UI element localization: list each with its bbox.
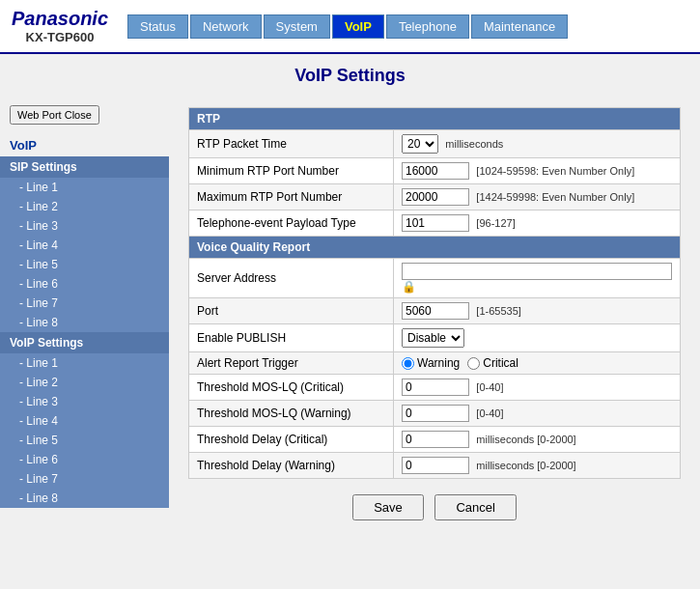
- alert-warning-label[interactable]: Warning: [402, 356, 460, 370]
- alert-warning-text: Warning: [417, 356, 460, 370]
- rtp-packet-time-select[interactable]: 20 30 40 60: [402, 134, 438, 154]
- sidebar-voip-line7[interactable]: - Line 7: [0, 469, 169, 489]
- port-label: Port: [189, 298, 394, 324]
- main-layout: Web Port Close VoIP SIP Settings - Line …: [0, 98, 700, 589]
- delay-crit-hint: milliseconds [0-2000]: [476, 434, 575, 445]
- sidebar-voip-line6[interactable]: - Line 6: [0, 450, 169, 469]
- delay-warn-hint: milliseconds [0-2000]: [476, 460, 575, 471]
- sidebar-voip-line2[interactable]: - Line 2: [0, 373, 169, 392]
- settings-table: RTP RTP Packet Time 20 30 40 60 millisec…: [188, 107, 681, 479]
- sidebar: Web Port Close VoIP SIP Settings - Line …: [0, 98, 169, 589]
- rtp-packet-time-row: RTP Packet Time 20 30 40 60 milliseconds: [189, 130, 681, 158]
- brand: Panasonic KX-TGP600: [12, 8, 108, 44]
- nav-system[interactable]: System: [264, 14, 330, 39]
- nav-telephone[interactable]: Telephone: [386, 14, 469, 39]
- model-number: KX-TGP600: [26, 30, 95, 44]
- delay-crit-label: Threshold Delay (Critical): [189, 427, 394, 453]
- server-address-row: Server Address 🔒: [189, 259, 681, 298]
- mos-crit-input[interactable]: [402, 379, 469, 396]
- nav-network[interactable]: Network: [190, 14, 262, 39]
- min-port-value-cell: [1024-59598: Even Number Only]: [394, 158, 681, 184]
- mos-crit-value-cell: [0-40]: [394, 375, 681, 401]
- sidebar-sip-line7[interactable]: - Line 7: [0, 294, 169, 313]
- alert-trigger-value-cell: Warning Critical: [394, 352, 681, 375]
- enable-publish-row: Enable PUBLISH Disable Enable: [189, 324, 681, 352]
- mos-warn-hint: [0-40]: [476, 407, 503, 419]
- payload-input[interactable]: [402, 214, 469, 232]
- vqr-section-header: Voice Quality Report: [189, 237, 681, 259]
- nav-maintenance[interactable]: Maintenance: [471, 14, 568, 39]
- mos-crit-label: Threshold MOS-LQ (Critical): [189, 375, 394, 401]
- sidebar-sip-line2[interactable]: - Line 2: [0, 197, 169, 216]
- payload-row: Telephone-event Payload Type [96-127]: [189, 210, 681, 237]
- enable-publish-label: Enable PUBLISH: [189, 324, 394, 352]
- payload-value-cell: [96-127]: [394, 210, 681, 237]
- mos-warn-row: Threshold MOS-LQ (Warning) [0-40]: [189, 401, 681, 427]
- sidebar-sip-line1[interactable]: - Line 1: [0, 178, 169, 197]
- sidebar-sip-line6[interactable]: - Line 6: [0, 274, 169, 294]
- delay-warn-input[interactable]: [402, 457, 469, 474]
- rtp-packet-time-label: RTP Packet Time: [189, 130, 394, 158]
- delay-warn-row: Threshold Delay (Warning) milliseconds […: [189, 453, 681, 479]
- sidebar-voip-line5[interactable]: - Line 5: [0, 431, 169, 450]
- alert-critical-label[interactable]: Critical: [467, 356, 518, 370]
- sidebar-voip-line8[interactable]: - Line 8: [0, 489, 169, 508]
- sidebar-sip-header[interactable]: SIP Settings: [0, 156, 169, 178]
- min-port-hint: [1024-59598: Even Number Only]: [476, 165, 634, 177]
- rtp-section-header: RTP: [189, 108, 681, 130]
- payload-hint: [96-127]: [476, 217, 515, 229]
- mos-warn-value-cell: [0-40]: [394, 401, 681, 427]
- page-title: VoIP Settings: [0, 54, 700, 98]
- nav-voip[interactable]: VoIP: [332, 14, 384, 39]
- sidebar-voip-line3[interactable]: - Line 3: [0, 392, 169, 411]
- delay-crit-input[interactable]: [402, 431, 469, 448]
- rtp-packet-time-value-cell: 20 30 40 60 milliseconds: [394, 130, 681, 158]
- delay-crit-row: Threshold Delay (Critical) milliseconds …: [189, 427, 681, 453]
- delay-warn-label: Threshold Delay (Warning): [189, 453, 394, 479]
- lock-icon: 🔒: [402, 280, 416, 294]
- save-button[interactable]: Save: [352, 494, 424, 520]
- sidebar-sip-line5[interactable]: - Line 5: [0, 255, 169, 274]
- enable-publish-value-cell: Disable Enable: [394, 324, 681, 352]
- nav-status[interactable]: Status: [127, 14, 188, 39]
- sidebar-sip-line4[interactable]: - Line 4: [0, 236, 169, 255]
- sidebar-voip-label: VoIP: [0, 134, 169, 156]
- rtp-section-row: RTP: [189, 108, 681, 130]
- server-address-value-cell: 🔒: [394, 259, 681, 298]
- server-address-input[interactable]: [402, 263, 672, 280]
- max-port-hint: [1424-59998: Even Number Only]: [476, 191, 634, 203]
- alert-trigger-row: Alert Report Trigger Warning Critical: [189, 352, 681, 375]
- alert-radio-group: Warning Critical: [402, 356, 672, 370]
- min-port-row: Minimum RTP Port Number [1024-59598: Eve…: [189, 158, 681, 184]
- enable-publish-select[interactable]: Disable Enable: [402, 328, 464, 348]
- header: Panasonic KX-TGP600 Status Network Syste…: [0, 0, 700, 54]
- navigation: Status Network System VoIP Telephone Mai…: [127, 14, 568, 39]
- min-port-input[interactable]: [402, 162, 469, 180]
- sidebar-sip-line8[interactable]: - Line 8: [0, 313, 169, 332]
- sidebar-sip-line3[interactable]: - Line 3: [0, 216, 169, 236]
- mos-warn-input[interactable]: [402, 405, 469, 422]
- brand-name: Panasonic: [12, 8, 108, 30]
- alert-warning-radio[interactable]: [402, 357, 414, 370]
- vqr-section-row: Voice Quality Report: [189, 237, 681, 259]
- port-input[interactable]: [402, 302, 469, 320]
- web-port-close-button[interactable]: Web Port Close: [10, 105, 99, 125]
- content-area: RTP RTP Packet Time 20 30 40 60 millisec…: [169, 98, 700, 589]
- cancel-button[interactable]: Cancel: [434, 494, 516, 520]
- mos-crit-hint: [0-40]: [476, 381, 503, 393]
- max-port-value-cell: [1424-59998: Even Number Only]: [394, 184, 681, 210]
- rtp-packet-time-unit: milliseconds: [445, 138, 503, 150]
- max-port-input[interactable]: [402, 188, 469, 206]
- mos-warn-label: Threshold MOS-LQ (Warning): [189, 401, 394, 427]
- port-row: Port [1-65535]: [189, 298, 681, 324]
- alert-trigger-label: Alert Report Trigger: [189, 352, 394, 375]
- mos-crit-row: Threshold MOS-LQ (Critical) [0-40]: [189, 375, 681, 401]
- port-value-cell: [1-65535]: [394, 298, 681, 324]
- delay-warn-value-cell: milliseconds [0-2000]: [394, 453, 681, 479]
- alert-critical-radio[interactable]: [467, 357, 480, 370]
- sidebar-voip-settings-header[interactable]: VoIP Settings: [0, 332, 169, 353]
- sidebar-voip-line1[interactable]: - Line 1: [0, 353, 169, 373]
- sidebar-voip-line4[interactable]: - Line 4: [0, 411, 169, 431]
- server-address-label: Server Address: [189, 259, 394, 298]
- min-port-label: Minimum RTP Port Number: [189, 158, 394, 184]
